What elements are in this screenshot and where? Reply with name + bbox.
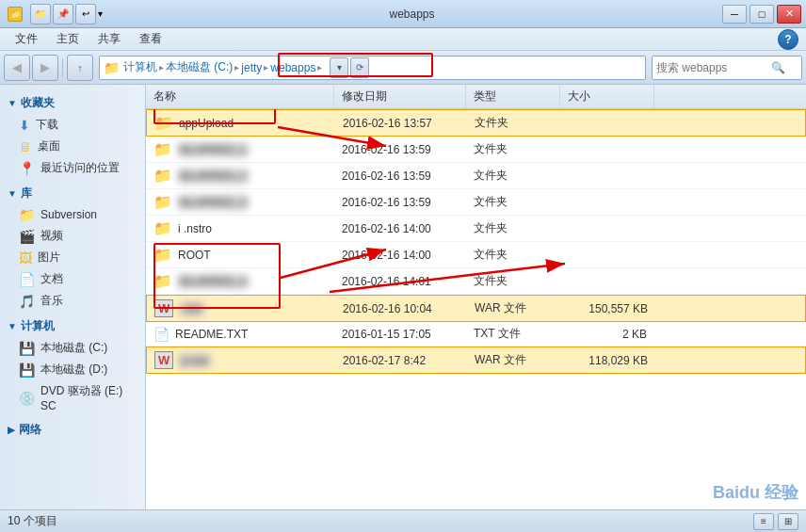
undo-btn[interactable]: ↩ (75, 4, 96, 24)
sidebar-dvd-label: DVD 驱动器 (E:) SC (40, 383, 137, 412)
table-row[interactable]: 📁 BLURRED_4 2016-02-16 14:01 文件夹 (146, 268, 806, 295)
address-dropdown[interactable]: ▾ (330, 57, 348, 78)
menu-view[interactable]: 查看 (132, 29, 169, 49)
window-title: webapps (103, 8, 721, 21)
sidebar-network-header[interactable]: ▶ 网络 (0, 419, 145, 441)
file-type-cell: WAR 文件 (467, 298, 561, 318)
folder-icon: 📁 (153, 140, 172, 158)
forward-button[interactable]: ▶ (32, 55, 58, 81)
watermark: Baidu 经验 (713, 481, 798, 504)
breadcrumb-webapps[interactable]: webapps (270, 61, 315, 74)
sidebar-computer-header[interactable]: ▼ 计算机 (0, 315, 145, 337)
recent-icon: 📍 (19, 161, 35, 176)
quick-access-btn[interactable]: 📁 (30, 4, 51, 24)
file-type-cell: 文件夹 (466, 139, 560, 159)
file-name-cell: 📄 README.TXT (146, 325, 334, 344)
up-button[interactable]: ↑ (67, 55, 93, 81)
table-row[interactable]: 📁 BLURRED_2 2016-02-16 13:59 文件夹 (146, 163, 806, 189)
breadcrumb-jetty[interactable]: jetty (241, 61, 262, 74)
table-row[interactable]: 📁 appUpload 2016-02-16 13:57 文件夹 (146, 109, 806, 137)
sidebar-item-download[interactable]: ⬇ 下载 (0, 114, 145, 136)
file-name-blurred: .war (179, 302, 204, 315)
music-icon: 🎵 (19, 294, 35, 309)
file-name-cell: 📁 ROOT (146, 244, 334, 266)
sidebar-music-label: 音乐 (40, 293, 63, 309)
file-list: 名称 修改日期 类型 大小 📁 appUpload 2016-02-16 13:… (146, 85, 806, 509)
file-size-cell (560, 148, 654, 152)
back-button[interactable]: ◀ (4, 55, 30, 81)
list-view-btn[interactable]: ≡ (753, 513, 774, 530)
sidebar-item-docs[interactable]: 📄 文档 (0, 268, 145, 290)
view-controls: ≡ ⊞ (753, 513, 798, 530)
search-input[interactable] (656, 61, 769, 74)
file-name-cell: W p.war (147, 349, 335, 371)
menu-share[interactable]: 共享 (90, 29, 128, 49)
favorites-label: 收藏夹 (21, 95, 55, 111)
col-header-date[interactable]: 修改日期 (334, 85, 466, 108)
sidebar-libraries-header[interactable]: ▼ 库 (0, 183, 145, 204)
dvd-icon: 💿 (19, 391, 35, 406)
breadcrumb-drive[interactable]: 本地磁盘 (C:) (166, 59, 233, 75)
sidebar-item-pictures[interactable]: 🖼 图片 (0, 247, 145, 268)
grid-view-btn[interactable]: ⊞ (778, 513, 798, 530)
help-button[interactable]: ? (778, 29, 798, 50)
folder-icon: 📁 (154, 114, 173, 132)
sidebar-section-favorites: ▼ 收藏夹 ⬇ 下载 🖥 桌面 📍 最近访问的位置 (0, 92, 145, 179)
sidebar-item-music[interactable]: 🎵 音乐 (0, 290, 145, 312)
war-icon: W (154, 299, 173, 317)
breadcrumb-computer[interactable]: 计算机 (123, 59, 157, 75)
menu-file[interactable]: 文件 (8, 29, 45, 49)
file-name-cell: 📁 BLURRED_2 (146, 165, 334, 186)
sidebar: ▼ 收藏夹 ⬇ 下载 🖥 桌面 📍 最近访问的位置 (0, 85, 146, 509)
sidebar-item-drive-d[interactable]: 💾 本地磁盘 (D:) (0, 359, 145, 380)
col-header-size[interactable]: 大小 (560, 85, 654, 108)
sidebar-item-video[interactable]: 🎬 视频 (0, 225, 145, 247)
network-label: 网络 (19, 422, 41, 438)
file-date-cell: 2016-02-17 8:42 (335, 352, 467, 369)
file-date-cell: 2016-02-16 10:04 (335, 300, 467, 317)
sidebar-favorites-header[interactable]: ▼ 收藏夹 (0, 92, 145, 114)
maximize-button[interactable]: □ (750, 5, 774, 24)
sidebar-item-desktop[interactable]: 🖥 桌面 (0, 136, 145, 157)
table-row[interactable]: 📁 ROOT 2016-02-16 14:00 文件夹 (146, 242, 806, 268)
folder-icon: 📁 (153, 272, 172, 290)
close-button[interactable]: ✕ (777, 5, 801, 24)
col-header-type[interactable]: 类型 (466, 85, 560, 108)
pin-btn[interactable]: 📌 (53, 4, 73, 24)
file-type-cell: WAR 文件 (467, 350, 561, 370)
sidebar-video-label: 视频 (40, 228, 63, 244)
docs-icon: 📄 (19, 272, 35, 287)
menu-home[interactable]: 主页 (49, 29, 87, 49)
pictures-icon: 🖼 (19, 250, 32, 266)
table-row[interactable]: 📁 i .nstro 2016-02-16 14:00 文件夹 (146, 216, 806, 242)
address-bar[interactable]: 📁 计算机 ▸ 本地磁盘 (C:) ▸ jetty ▸ webapps ▸ ▾ … (99, 56, 646, 80)
table-row[interactable]: 📁 BLURRED_1 2016-02-16 13:59 文件夹 (146, 137, 806, 163)
table-row[interactable]: 📁 BLURRED_3 2016-02-16 13:59 文件夹 (146, 189, 806, 216)
file-type-cell: 文件夹 (466, 271, 560, 291)
computer-label: 计算机 (21, 318, 55, 334)
search-icon[interactable]: 🔍 (771, 61, 785, 74)
file-name-text: ROOT (178, 249, 211, 262)
sidebar-item-drive-c[interactable]: 💾 本地磁盘 (C:) (0, 337, 145, 359)
file-size-cell (561, 121, 655, 125)
file-date-cell: 2016-02-16 13:57 (335, 115, 467, 132)
col-header-name[interactable]: 名称 (146, 85, 334, 108)
main-area: ▼ 收藏夹 ⬇ 下载 🖥 桌面 📍 最近访问的位置 (0, 85, 806, 509)
sidebar-item-subversion[interactable]: 📁 Subversion (0, 204, 145, 225)
table-row[interactable]: W .war 2016-02-16 10:04 WAR 文件 150,557 K… (146, 295, 806, 322)
file-rows: 📁 appUpload 2016-02-16 13:57 文件夹 📁 BLURR… (146, 109, 806, 374)
sidebar-item-dvd[interactable]: 💿 DVD 驱动器 (E:) SC (0, 380, 145, 415)
chevron-icon-lib: ▼ (8, 188, 17, 199)
file-type-cell: 文件夹 (467, 113, 561, 133)
file-date-cell: 2016-02-16 14:01 (334, 273, 466, 290)
file-size-cell: 150,557 KB (561, 300, 655, 317)
drive-c-icon: 💾 (19, 341, 35, 356)
sidebar-section-computer: ▼ 计算机 💾 本地磁盘 (C:) 💾 本地磁盘 (D:) 💿 DVD 驱动器 … (0, 315, 145, 415)
minimize-button[interactable]: ─ (722, 5, 747, 24)
sidebar-item-recent[interactable]: 📍 最近访问的位置 (0, 157, 145, 179)
address-refresh[interactable]: ⟳ (350, 57, 369, 78)
table-row[interactable]: 📄 README.TXT 2016-01-15 17:05 TXT 文件 2 K… (146, 322, 806, 347)
search-box[interactable]: 🔍 (652, 56, 802, 80)
table-row[interactable]: W p.war 2016-02-17 8:42 WAR 文件 118,029 K… (146, 347, 806, 374)
file-name-blurred: BLURRED_2 (178, 169, 249, 183)
